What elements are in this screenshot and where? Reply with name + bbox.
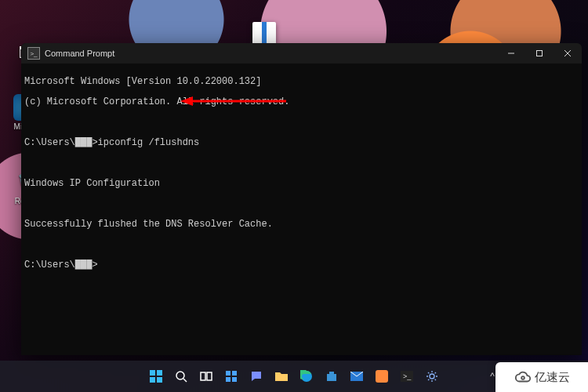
edge-icon[interactable] bbox=[296, 366, 317, 387]
floating-thumbnail[interactable] bbox=[252, 22, 276, 45]
svg-point-25 bbox=[430, 374, 434, 379]
svg-rect-8 bbox=[150, 377, 155, 383]
task-view-icon[interactable] bbox=[196, 366, 216, 387]
watermark-text: 亿速云 bbox=[535, 370, 570, 385]
svg-rect-19 bbox=[327, 374, 336, 381]
terminal-taskbar-icon[interactable]: >_ bbox=[397, 366, 417, 387]
svg-line-11 bbox=[183, 379, 187, 382]
terminal-line bbox=[24, 240, 579, 250]
svg-rect-20 bbox=[329, 372, 334, 374]
svg-rect-14 bbox=[226, 371, 230, 376]
svg-rect-22 bbox=[376, 370, 388, 383]
svg-rect-17 bbox=[232, 377, 237, 382]
chat-icon[interactable] bbox=[246, 366, 267, 387]
svg-rect-7 bbox=[157, 370, 162, 376]
terminal-line bbox=[24, 199, 579, 209]
svg-text:>_: >_ bbox=[403, 372, 412, 380]
pinned-app-icon[interactable] bbox=[372, 366, 392, 387]
terminal-line: Windows IP Configuration bbox=[24, 179, 579, 189]
search-icon[interactable] bbox=[171, 366, 191, 387]
cmd-icon: >_ bbox=[27, 47, 40, 60]
window-title: Command Prompt bbox=[45, 49, 114, 58]
titlebar[interactable]: >_ Command Prompt bbox=[21, 43, 582, 64]
minimize-button[interactable] bbox=[497, 43, 525, 64]
terminal-line-command: C:\Users\███>ipconfig /flushdns bbox=[24, 138, 579, 148]
terminal-line: (c) Microsoft Corporation. All rights re… bbox=[24, 97, 579, 107]
terminal-line: Successfully flushed the DNS Resolver Ca… bbox=[24, 220, 579, 230]
maximize-button[interactable] bbox=[525, 43, 554, 64]
file-explorer-icon[interactable] bbox=[271, 366, 292, 387]
svg-rect-6 bbox=[150, 370, 155, 376]
svg-rect-9 bbox=[157, 377, 162, 383]
svg-rect-13 bbox=[207, 372, 212, 380]
mail-icon[interactable] bbox=[347, 366, 367, 387]
svg-point-28 bbox=[521, 376, 524, 379]
widgets-icon[interactable] bbox=[221, 366, 241, 387]
settings-icon[interactable] bbox=[422, 366, 442, 387]
cloud-logo-icon bbox=[514, 368, 532, 386]
command-prompt-window: >_ Command Prompt Microsoft Windows [Ver… bbox=[21, 43, 582, 355]
taskbar-center: >_ bbox=[146, 366, 442, 387]
svg-rect-12 bbox=[201, 372, 205, 380]
terminal-line bbox=[24, 118, 579, 128]
svg-rect-15 bbox=[232, 371, 237, 376]
close-button[interactable] bbox=[554, 43, 582, 64]
svg-point-10 bbox=[176, 372, 184, 379]
svg-rect-1 bbox=[537, 51, 543, 56]
watermark-badge: 亿速云 bbox=[495, 362, 588, 392]
start-button[interactable] bbox=[146, 366, 166, 387]
svg-rect-16 bbox=[226, 377, 230, 382]
terminal-line bbox=[24, 158, 579, 169]
terminal-prompt: C:\Users\███> bbox=[24, 260, 579, 270]
store-icon[interactable] bbox=[321, 366, 342, 387]
terminal-output[interactable]: Microsoft Windows [Version 10.0.22000.13… bbox=[21, 64, 582, 355]
terminal-line: Microsoft Windows [Version 10.0.22000.13… bbox=[24, 77, 579, 87]
